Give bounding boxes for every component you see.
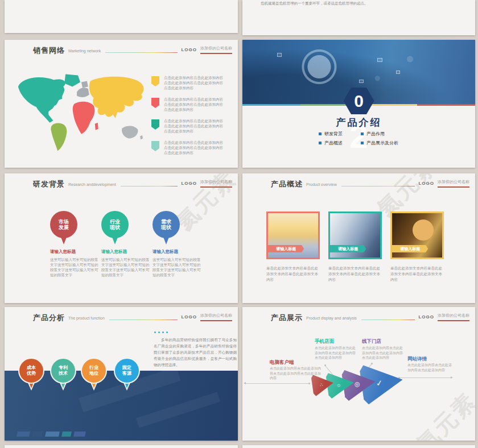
slide-title-cn: 研发背景	[33, 179, 65, 189]
column-body-text: 这里可以输入可长可短的段落文字这里可以输入可长可短的段落文字这里可以输入可长可短…	[153, 257, 201, 277]
card-caption: 单击此处添加文本内容单击此处添加文本内容单击此处添加文本内容	[328, 266, 383, 283]
feature-balloon: 成本优势	[18, 358, 44, 384]
header-divider-line	[105, 52, 178, 53]
bullet-item: 产品作用	[361, 131, 398, 137]
slide-marketing-network[interactable]: 销售网络 Marketing network LOGO 添加你的公司名称 点击此…	[5, 40, 238, 168]
arrow-left-icon	[244, 382, 246, 384]
header-divider-line	[109, 320, 178, 320]
image-card: 请输入标题	[390, 211, 444, 259]
photo-decor	[17, 432, 85, 437]
bullet-label: 产品概述	[324, 140, 343, 146]
partial-slide-top-right[interactable]: 危机规避是危机管理的一个重要环节，或者说是危机管理的起点。	[242, 0, 475, 35]
analysis-paragraph: 多年的商品营销经验使得我们拥有了与众多知名厂商企业的采购渠道，多年的产品销售经验…	[154, 337, 237, 368]
connector-line	[246, 383, 310, 384]
company-name-text: 添加你的公司名称	[438, 313, 469, 321]
title-ribbon: 请输入标题	[392, 245, 428, 252]
sun-icon: ☼	[336, 381, 342, 388]
placeholder-text: 点击此处添加内容点击此处添加内容点击此处添加内容点击此处添加内容点击此处添加内容	[164, 75, 226, 90]
photo-decor	[17, 432, 30, 437]
bullet-label: 产品展示及分析	[366, 140, 398, 146]
slide-product-overview[interactable]: 产品概述 Product overview LOGO 添加你的公司名称 氦元素 …	[242, 173, 475, 303]
header-divider-line	[361, 320, 415, 320]
photo-decor	[45, 432, 60, 437]
fragment-body-text: 危机规避是危机管理的一个重要环节，或者说是危机管理的起点。	[261, 1, 368, 6]
shield-bullet-icon	[151, 119, 159, 130]
balloon-tail	[61, 237, 67, 244]
slide-rd-background[interactable]: 研发背景 Research anddevelopment LOGO 添加你的公司…	[5, 173, 238, 303]
company-name-text: 添加你的公司名称	[200, 313, 232, 321]
card-caption: 单击此处添加文本内容单击此处添加文本内容单击此处添加文本内容	[266, 266, 321, 283]
slide-title-cn: 销售网络	[33, 45, 65, 56]
square-bullet-icon	[361, 142, 364, 144]
image-card: 请输入标题	[328, 211, 382, 259]
bullet-label: 产品作用	[366, 131, 385, 137]
logo-text: LOGO	[418, 181, 434, 186]
stripe-segment	[417, 104, 475, 106]
photo-icon-decor	[359, 80, 364, 83]
photo-decor	[32, 432, 43, 437]
node-label: 手机店面	[315, 338, 334, 345]
bullet-label: 研发背景	[324, 131, 343, 137]
feature-label: 固定客源	[122, 365, 133, 376]
slide-header: 产品分析 The product function LOGO 添加你的公司名称	[5, 313, 238, 323]
continent-africa	[73, 102, 98, 134]
slide-product-analysis[interactable]: 产品分析 The product function LOGO 添加你的公司名称 …	[5, 307, 238, 441]
square-bullet-icon	[319, 132, 322, 135]
company-name-text: 添加你的公司名称	[200, 45, 232, 54]
slide-product-display[interactable]: 产品展示 Product display and analysis LOGO 添…	[242, 307, 475, 441]
connector-dot	[371, 363, 373, 364]
bullet-item: 产品概述	[319, 140, 361, 146]
feature-label: 行业地位	[89, 365, 100, 376]
column-heading: 请输入您标题	[101, 249, 150, 255]
partial-slide-top-left[interactable]	[5, 0, 238, 33]
world-map	[11, 69, 147, 155]
slide-header: 产品展示 Product display and analysis LOGO 添…	[242, 313, 475, 323]
column-body-text: 这里可以输入可长可短的段落文字这里可以输入可长可短的段落文字这里可以输入可长可短…	[101, 257, 150, 277]
balloon-label: 行业现状	[109, 219, 121, 231]
header-divider-line	[341, 186, 415, 186]
content-column: 行业现状 请输入您标题 这里可以输入可长可短的段落文字这里可以输入可长可短的段落…	[101, 211, 150, 277]
photo-icon-decor	[396, 70, 400, 74]
slide-title-cn: 产品概述	[271, 179, 303, 189]
slide-title-en: Product overview	[306, 182, 337, 186]
slide-title-en: Marketing network	[68, 49, 101, 53]
content-column: 市场发展 请输入您标题 这里可以输入可长可短的段落文字这里可以输入可长可短的段落…	[50, 211, 99, 277]
chapter-number: 0	[354, 92, 364, 111]
company-name-text: 添加你的公司名称	[200, 179, 232, 188]
image-card: 请输入标题	[266, 211, 320, 259]
template-preview-page: { "page": { "background": "#d7d0c8", "sl…	[0, 0, 478, 448]
company-name-text: 添加你的公司名称	[438, 179, 469, 188]
node-placeholder-text: 点击此处添加内容点击此处添加内容点击此处添加内容点击此处添加内容	[362, 346, 403, 360]
section-title: 产品介绍	[242, 116, 475, 129]
slide-title-cn: 产品分析	[33, 313, 65, 323]
watermark: 氦元素	[409, 385, 475, 441]
balloon-marker: 市场发展	[50, 211, 77, 238]
list-item: 点击此处添加内容点击此处添加内容点击此处添加内容点击此处添加内容点击此处添加内容	[151, 75, 237, 90]
square-bullet-icon	[361, 132, 364, 135]
balloon-tail	[163, 237, 169, 244]
continent-greenland	[64, 74, 80, 87]
arrow-right-icon	[451, 376, 453, 379]
dot-icon	[166, 331, 168, 333]
balloon-label: 市场发展	[58, 219, 69, 231]
slide-header: 销售网络 Marketing network LOGO 添加你的公司名称	[5, 45, 238, 56]
partial-slide-bottom-left[interactable]	[5, 445, 238, 448]
slide-product-intro-cover[interactable]: 2 0 产品介绍 研发背景 产品作用 产品概述 产品展示及分析	[242, 40, 475, 168]
logo-text: LOGO	[418, 314, 434, 320]
feature-label: 专利技术	[58, 365, 69, 376]
title-ribbon: 请输入标题	[330, 245, 366, 252]
node-placeholder-text: 点击此处添加内容点击此处添加内容点击此处添加内容	[407, 363, 453, 372]
photo-decor	[61, 432, 72, 437]
slide-title-en: Research anddevelopment	[68, 182, 116, 186]
dot-icon	[154, 331, 156, 333]
card-caption: 单击此处添加文本内容单击此处添加文本内容单击此处添加文本内容	[390, 266, 445, 283]
node-label: 线下门店	[362, 338, 381, 345]
feature-balloon: 专利技术	[50, 358, 76, 384]
shield-bullet-icon	[151, 76, 159, 86]
partial-slide-bottom-right[interactable]	[242, 445, 475, 448]
slide-header: 研发背景 Research anddevelopment LOGO 添加你的公司…	[5, 179, 238, 189]
continent-australia	[122, 126, 143, 140]
continent-north-america	[18, 77, 65, 123]
header-divider-line	[121, 186, 178, 186]
column-body-text: 这里可以输入可长可短的段落文字这里可以输入可长可短的段落文字这里可以输入可长可短…	[50, 257, 99, 277]
